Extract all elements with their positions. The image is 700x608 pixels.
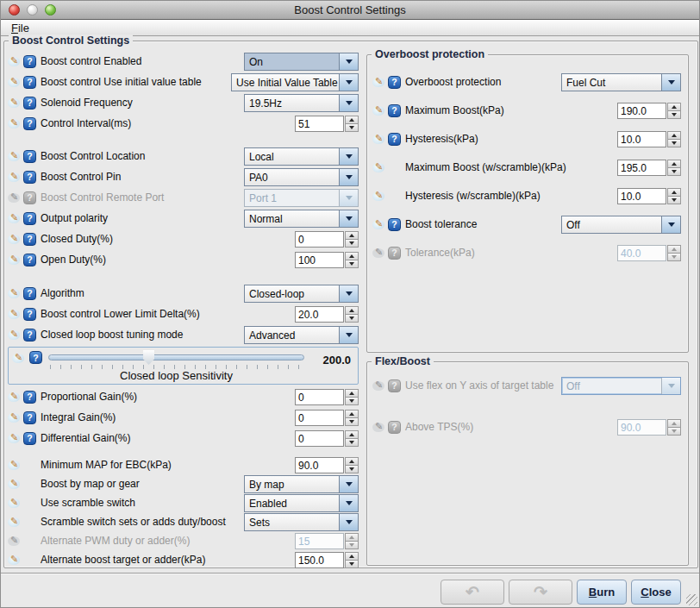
help-icon[interactable]: ?: [23, 233, 36, 246]
help-icon[interactable]: ?: [23, 287, 36, 300]
boost-tolerance-dropdown[interactable]: Off: [561, 216, 681, 234]
help-icon[interactable]: ?: [23, 411, 36, 424]
spinner-buttons[interactable]: [345, 410, 359, 426]
dropdown-arrow-button[interactable]: [339, 210, 358, 227]
help-icon[interactable]: ?: [388, 104, 401, 117]
help-icon[interactable]: ?: [23, 212, 36, 225]
dropdown-arrow-button[interactable]: [339, 327, 358, 343]
alternate-boost-target-or-adder-kpa-spinner[interactable]: 150.0: [295, 552, 359, 568]
zoom-window-icon[interactable]: [45, 4, 56, 16]
dropdown-arrow-button[interactable]: [339, 148, 358, 165]
spinner-down-button[interactable]: [667, 196, 681, 204]
help-icon[interactable]: ?: [388, 247, 401, 260]
boost-control-lower-limit-delta-input[interactable]: 20.0: [295, 306, 344, 323]
dropdown-arrow-button[interactable]: [339, 285, 358, 302]
help-icon[interactable]: ?: [29, 351, 42, 364]
help-icon[interactable]: ?: [23, 329, 36, 342]
integral-gain-spinner[interactable]: 0: [295, 410, 359, 426]
dropdown-arrow-button[interactable]: [339, 53, 358, 70]
spinner-buttons[interactable]: [345, 430, 359, 447]
help-icon[interactable]: ?: [23, 391, 36, 404]
spinner-down-button[interactable]: [345, 123, 359, 132]
spinner-buttons[interactable]: [667, 188, 681, 204]
open-duty-spinner[interactable]: 100: [295, 252, 359, 268]
maximum-boost-kpa-input[interactable]: 190.0: [617, 103, 666, 119]
help-icon[interactable]: ?: [388, 421, 401, 434]
boost-control-enabled-dropdown[interactable]: On: [244, 53, 359, 71]
help-icon[interactable]: ?: [23, 55, 36, 68]
burn-button[interactable]: Burn: [577, 580, 627, 605]
help-icon[interactable]: ?: [388, 133, 401, 146]
help-icon[interactable]: ?: [23, 432, 36, 445]
spinner-down-button[interactable]: [345, 260, 359, 268]
spinner-down-button[interactable]: [667, 110, 681, 119]
help-icon[interactable]: ?: [23, 97, 36, 110]
spinner-buttons[interactable]: [345, 306, 359, 323]
dropdown-arrow-button[interactable]: [339, 74, 358, 91]
open-duty-input[interactable]: 100: [295, 252, 344, 268]
algorithm-dropdown[interactable]: Closed-loop: [244, 285, 359, 303]
minimum-map-for-ebc-kpa-spinner[interactable]: 90.0: [295, 457, 359, 473]
spinner-buttons[interactable]: [345, 252, 359, 268]
boost-control-pin-dropdown[interactable]: PA0: [244, 168, 359, 186]
closed-loop-boost-tuning-mode-dropdown[interactable]: Advanced: [244, 326, 359, 344]
boost-control-lower-limit-delta-spinner[interactable]: 20.0: [295, 306, 359, 323]
spinner-down-button[interactable]: [345, 465, 359, 473]
spinner-down-button[interactable]: [345, 417, 359, 426]
hysteresis-kpa-input[interactable]: 10.0: [617, 131, 666, 147]
spinner-buttons[interactable]: [667, 103, 681, 119]
spinner-down-button[interactable]: [345, 314, 359, 323]
help-icon[interactable]: ?: [23, 308, 36, 321]
dropdown-arrow-button[interactable]: [339, 476, 358, 492]
slider-track[interactable]: [48, 354, 304, 360]
spinner-buttons[interactable]: [345, 116, 359, 132]
menu-file[interactable]: File: [8, 22, 33, 34]
dropdown-arrow-button[interactable]: [339, 495, 358, 511]
maximum-boost-kpa-spinner[interactable]: 190.0: [617, 103, 681, 119]
help-icon[interactable]: ?: [23, 117, 36, 130]
closed-duty-input[interactable]: 0: [295, 231, 344, 248]
spinner-buttons[interactable]: [345, 552, 359, 568]
spinner-buttons[interactable]: [667, 160, 681, 176]
spinner-down-button[interactable]: [345, 438, 359, 447]
spinner-down-button[interactable]: [667, 139, 681, 147]
help-icon[interactable]: ?: [23, 191, 36, 204]
help-icon[interactable]: ?: [23, 171, 36, 184]
boost-control-location-dropdown[interactable]: Local: [244, 147, 359, 166]
hysteresis-w-scramble-kpa-spinner[interactable]: 10.0: [617, 188, 681, 204]
use-scramble-switch-dropdown[interactable]: Enabled: [244, 494, 359, 512]
close-button[interactable]: Close: [631, 580, 681, 605]
overboost-protection-dropdown[interactable]: Fuel Cut: [561, 73, 681, 91]
resize-grip-icon[interactable]: [686, 594, 697, 605]
differential-gain-spinner[interactable]: 0: [295, 430, 359, 447]
dropdown-arrow-button[interactable]: [661, 74, 680, 91]
spinner-down-button[interactable]: [667, 167, 681, 176]
dropdown-arrow-button[interactable]: [339, 95, 358, 111]
close-window-icon[interactable]: [9, 4, 20, 16]
dropdown-arrow-button[interactable]: [339, 169, 358, 185]
spinner-down-button[interactable]: [345, 397, 359, 405]
spinner-buttons[interactable]: [667, 131, 681, 147]
help-icon[interactable]: ?: [23, 76, 36, 89]
hysteresis-w-scramble-kpa-input[interactable]: 10.0: [617, 188, 666, 204]
boost-control-use-initial-value-table-dropdown[interactable]: Use Initial Value Table: [231, 73, 359, 91]
output-polarity-dropdown[interactable]: Normal: [244, 210, 359, 228]
spinner-down-button[interactable]: [345, 239, 359, 248]
alternate-boost-target-or-adder-kpa-input[interactable]: 150.0: [295, 552, 344, 568]
boost-by-map-or-gear-dropdown[interactable]: By map: [244, 475, 359, 493]
maximum-boost-w-scramble-kpa-spinner[interactable]: 195.0: [617, 160, 681, 176]
solenoid-frequency-dropdown[interactable]: 19.5Hz: [244, 94, 359, 112]
spinner-buttons[interactable]: [345, 231, 359, 248]
scramble-switch-sets-or-adds-duty-boost-dropdown[interactable]: Sets: [244, 513, 359, 531]
control-interval-ms-input[interactable]: 51: [295, 116, 344, 132]
slider-thumb[interactable]: [143, 350, 154, 365]
proportional-gain-input[interactable]: 0: [295, 389, 344, 405]
closed-duty-spinner[interactable]: 0: [295, 231, 359, 248]
dropdown-arrow-button[interactable]: [661, 216, 680, 233]
control-interval-ms-spinner[interactable]: 51: [295, 116, 359, 132]
spinner-down-button[interactable]: [345, 560, 359, 568]
help-icon[interactable]: ?: [388, 218, 401, 231]
help-icon[interactable]: ?: [23, 150, 36, 163]
help-icon[interactable]: ?: [388, 379, 401, 392]
help-icon[interactable]: ?: [23, 254, 36, 266]
